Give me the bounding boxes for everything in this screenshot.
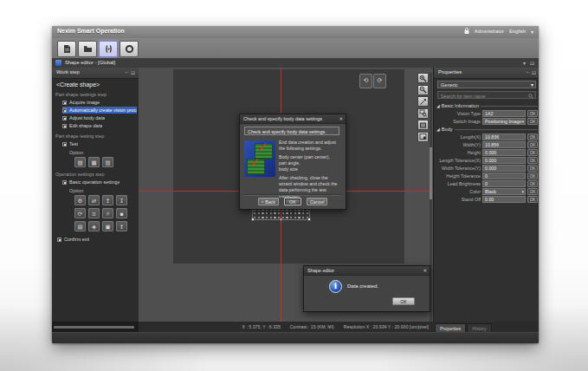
workstep-item[interactable]: Adjust body data bbox=[62, 114, 139, 121]
bottom-tab-history[interactable]: History bbox=[467, 323, 491, 332]
ok-button[interactable]: OK bbox=[284, 198, 301, 205]
checkbox-icon[interactable] bbox=[62, 101, 67, 105]
shape-editor-button[interactable] bbox=[99, 41, 118, 57]
operation-settings-button[interactable] bbox=[120, 41, 139, 57]
workstep-item-confirm-exit[interactable]: Confirm exit bbox=[57, 237, 139, 242]
apply-button[interactable]: OK bbox=[527, 196, 538, 203]
workstep-item[interactable]: Automatically create vision processing d… bbox=[62, 107, 137, 114]
workstep-item[interactable]: Acquire image bbox=[62, 99, 139, 106]
apply-button[interactable]: OK bbox=[527, 180, 538, 187]
settings-gear-icon[interactable]: ⚙ bbox=[74, 195, 86, 205]
place-icon[interactable]: ↧ bbox=[116, 195, 127, 205]
frame-icon[interactable]: ▣ bbox=[102, 221, 113, 231]
property-value-input[interactable]: 10.836 bbox=[482, 133, 526, 140]
caret-down-icon[interactable]: ▾ bbox=[521, 189, 524, 195]
selection-handle[interactable] bbox=[307, 218, 311, 221]
minimize-panel-icon[interactable]: − bbox=[125, 69, 128, 75]
zoom-area-icon[interactable] bbox=[417, 108, 429, 119]
caret-down-icon[interactable]: ▾ bbox=[531, 29, 533, 35]
workstep-item-label: Edit shape data bbox=[69, 123, 102, 128]
sidebar-scrollbar-thumb[interactable] bbox=[54, 326, 134, 329]
close-panel-icon[interactable]: ⊡ bbox=[131, 69, 135, 75]
align-icon[interactable]: ≡ bbox=[88, 208, 100, 218]
transfer-icon[interactable]: ⇄ bbox=[88, 195, 100, 205]
property-value-input[interactable]: Positioning Image▾ bbox=[482, 118, 526, 125]
apply-button[interactable]: OK bbox=[527, 133, 538, 140]
pickup-icon[interactable]: ↥ bbox=[102, 195, 113, 205]
minimize-panel-icon[interactable]: − bbox=[526, 69, 529, 75]
image-view-icon[interactable] bbox=[417, 120, 429, 130]
vertical-scrollbar-thumb[interactable] bbox=[430, 147, 432, 199]
test-run-icon[interactable]: ▧ bbox=[74, 157, 86, 167]
capture-settings-icon[interactable] bbox=[417, 132, 429, 142]
speaker-icon[interactable]: ◈ bbox=[88, 221, 100, 231]
language-selector[interactable]: English bbox=[509, 29, 526, 34]
property-value-input[interactable]: 10.856 bbox=[482, 141, 526, 148]
test-grid-icon[interactable]: ▦ bbox=[88, 157, 100, 167]
caret-down-icon[interactable]: ▾ bbox=[521, 119, 524, 125]
selection-handle[interactable] bbox=[251, 218, 255, 221]
workstep-item[interactable]: Basic operation settings bbox=[62, 179, 139, 186]
property-section-header[interactable]: ◢Body bbox=[436, 126, 538, 133]
workstep-item[interactable]: Test bbox=[62, 140, 139, 147]
apply-button[interactable]: OK bbox=[527, 110, 538, 117]
checkbox-icon[interactable] bbox=[62, 180, 67, 185]
checkbox-icon[interactable] bbox=[57, 238, 61, 242]
image-canvas[interactable]: ⟲ ⟳ Check and specify body data settings… bbox=[139, 68, 433, 322]
grid-view-icon[interactable]: ▤ bbox=[74, 221, 86, 231]
section-expand-icon[interactable]: ◢ bbox=[436, 103, 440, 108]
property-value-input[interactable]: Black▾ bbox=[482, 188, 526, 195]
property-value-input[interactable]: 0 bbox=[482, 180, 526, 187]
new-data-button[interactable] bbox=[57, 41, 76, 57]
preset-dropdown[interactable]: Generic ▾ bbox=[437, 81, 536, 88]
checkbox-icon[interactable] bbox=[62, 116, 67, 120]
cancel-button[interactable]: Cancel bbox=[307, 198, 328, 205]
apply-button[interactable]: OK bbox=[527, 172, 538, 179]
checkbox-icon[interactable] bbox=[62, 108, 67, 113]
user-name[interactable]: Administrator bbox=[475, 29, 504, 34]
property-value-input[interactable]: 0 bbox=[482, 172, 526, 179]
move-icon[interactable]: ↕ bbox=[116, 221, 127, 231]
search-input[interactable] bbox=[439, 92, 529, 100]
rotate-cw-icon[interactable]: ⟳ bbox=[373, 74, 386, 88]
dialog-title-bar[interactable]: Check and specify body data settings ✕ bbox=[240, 114, 346, 124]
test-image-icon[interactable]: ▥ bbox=[102, 157, 113, 167]
section-expand-icon[interactable]: ◢ bbox=[436, 127, 440, 132]
close-icon[interactable]: ✕ bbox=[339, 116, 343, 121]
rotate-ccw-icon[interactable]: ⟲ bbox=[359, 74, 372, 88]
apply-button[interactable]: OK bbox=[527, 165, 538, 172]
apply-button[interactable]: OK bbox=[527, 118, 538, 125]
tab-shape-editor[interactable]: Shape editor - [Global] bbox=[65, 60, 115, 65]
bottom-tab-properties[interactable]: Properties bbox=[435, 323, 466, 332]
back-button[interactable]: < Back bbox=[258, 198, 279, 205]
property-section-header[interactable]: ◢Basic Information bbox=[436, 102, 538, 109]
open-library-button[interactable] bbox=[78, 41, 97, 57]
close-icon[interactable]: ✕ bbox=[423, 268, 427, 273]
rotate-icon[interactable]: ⟳ bbox=[74, 208, 86, 218]
marker-icon[interactable]: ▪ bbox=[116, 208, 127, 218]
zoom-in-icon[interactable] bbox=[417, 73, 429, 83]
apply-button[interactable]: OK bbox=[527, 188, 538, 195]
property-value-input[interactable]: 0.000 bbox=[482, 165, 526, 172]
zoom-out-icon[interactable] bbox=[417, 85, 429, 95]
measure-icon[interactable] bbox=[417, 96, 429, 107]
caret-down-icon[interactable]: ▾ bbox=[523, 60, 526, 66]
apply-button[interactable]: OK bbox=[527, 141, 538, 148]
property-value-input[interactable]: 0.00 bbox=[482, 196, 526, 203]
selection-handle[interactable] bbox=[280, 218, 283, 221]
dialog-title-bar[interactable]: Shape editor ✕ bbox=[304, 266, 430, 276]
title-bar[interactable]: Nexim Smart Operation Administrator Engl… bbox=[52, 26, 539, 38]
apply-button[interactable]: OK bbox=[527, 157, 538, 164]
property-value-input[interactable]: 0.000 bbox=[482, 157, 526, 164]
lighting-icon[interactable]: ☼ bbox=[102, 208, 113, 218]
pin-panel-icon[interactable]: ⊡ bbox=[530, 60, 534, 66]
checkbox-icon[interactable] bbox=[62, 142, 67, 146]
apply-button[interactable]: OK bbox=[527, 149, 538, 156]
pin-panel-icon[interactable]: ⊡ bbox=[532, 69, 536, 75]
workstep-item[interactable]: Edit shape data bbox=[62, 122, 139, 129]
ok-button[interactable]: OK bbox=[392, 297, 415, 305]
property-value-input[interactable]: 1A2 bbox=[482, 110, 526, 117]
checkbox-icon[interactable] bbox=[62, 124, 67, 128]
property-value-input[interactable]: 0.000 bbox=[482, 149, 526, 156]
property-label: Lead Brightness bbox=[436, 181, 481, 186]
